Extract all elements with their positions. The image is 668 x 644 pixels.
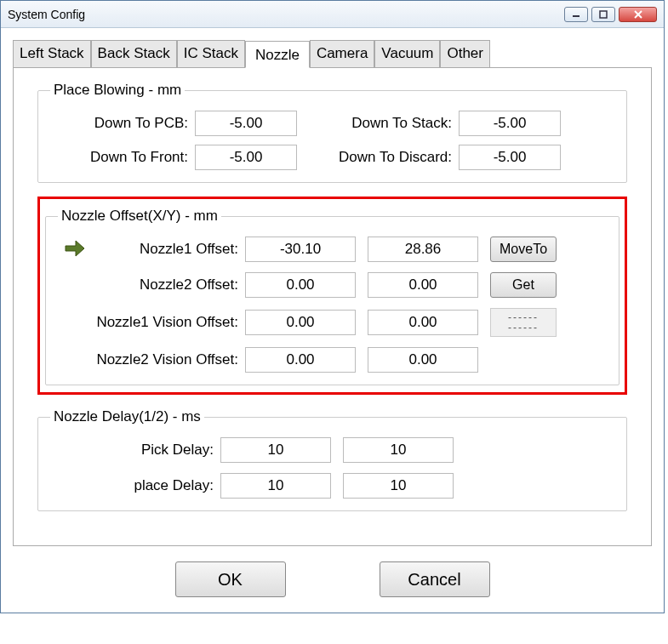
input-nozzle2-offset-y[interactable] [368,272,478,298]
legend-nozzle-delay: Nozzle Delay(1/2) - ms [50,408,204,425]
tab-other[interactable]: Other [440,40,490,67]
svg-rect-1 [600,11,607,18]
input-down-to-front[interactable] [195,145,297,170]
group-nozzle-offset: Nozzle Offset(X/Y) - mm Nozzle1 Offset: … [45,208,619,385]
tab-panel-nozzle: Place Blowing - mm Down To PCB: Down To … [13,68,652,546]
titlebar: System Config [1,1,664,28]
label-down-to-front: Down To Front: [50,149,195,166]
cancel-button[interactable]: Cancel [380,561,490,597]
arrow-right-icon [58,239,92,260]
input-place-delay-2[interactable] [343,473,454,499]
input-pick-delay-2[interactable] [343,437,454,463]
window-title: System Config [8,8,564,21]
minimize-icon [572,11,580,18]
label-nozzle2-vision-offset: Nozzle2 Vision Offset: [92,351,245,368]
close-button[interactable] [619,7,657,22]
label-nozzle2-offset: Nozzle2 Offset: [92,276,245,294]
tab-back-stack[interactable]: Back Stack [91,40,177,67]
input-place-delay-1[interactable] [220,473,331,499]
input-nozzle1-offset-x[interactable] [245,237,356,262]
legend-place-blowing: Place Blowing - mm [50,82,185,99]
tab-left-stack[interactable]: Left Stack [13,40,91,67]
input-down-to-pcb[interactable] [195,111,297,136]
input-nozzle2-offset-x[interactable] [245,272,356,298]
tab-bar: Left Stack Back Stack IC Stack Nozzle Ca… [13,40,652,68]
input-nozzle2-vision-x[interactable] [245,347,356,373]
input-pick-delay-1[interactable] [220,437,331,463]
label-nozzle1-offset: Nozzle1 Offset: [92,241,245,258]
group-place-blowing: Place Blowing - mm Down To PCB: Down To … [37,82,627,183]
legend-nozzle-offset: Nozzle Offset(X/Y) - mm [58,208,221,225]
label-pick-delay: Pick Delay: [50,442,220,459]
minimize-button[interactable] [564,7,588,22]
input-down-to-discard[interactable] [459,145,561,170]
get-button[interactable]: Get [490,272,557,298]
highlight-nozzle-offset: Nozzle Offset(X/Y) - mm Nozzle1 Offset: … [37,197,627,395]
input-down-to-stack[interactable] [459,111,561,136]
ok-button[interactable]: OK [175,561,286,597]
input-nozzle1-vision-y[interactable] [368,310,478,335]
tab-nozzle[interactable]: Nozzle [245,41,310,68]
tab-ic-stack[interactable]: IC Stack [177,40,245,67]
tab-vacuum[interactable]: Vacuum [374,40,440,67]
system-config-window: System Config Left Stack Back Stack IC S… [0,0,665,613]
label-nozzle1-vision-offset: Nozzle1 Vision Offset: [92,314,245,331]
group-nozzle-delay: Nozzle Delay(1/2) - ms Pick Delay: place… [37,408,627,511]
label-down-to-stack: Down To Stack: [314,115,459,132]
tab-camera[interactable]: Camera [310,40,374,67]
dash-indicator: ------------ [490,308,557,337]
dialog-buttons: OK Cancel [13,561,652,597]
maximize-button[interactable] [591,7,615,22]
input-nozzle2-vision-y[interactable] [368,347,478,373]
window-body: Left Stack Back Stack IC Stack Nozzle Ca… [1,28,664,613]
label-down-to-discard: Down To Discard: [314,149,459,166]
maximize-icon [599,10,608,19]
label-down-to-pcb: Down To PCB: [50,115,195,132]
input-nozzle1-vision-x[interactable] [245,310,356,335]
input-nozzle1-offset-y[interactable] [368,237,478,262]
close-icon [633,10,643,19]
window-controls [564,7,657,22]
moveto-button[interactable]: MoveTo [490,237,557,262]
label-place-delay: place Delay: [50,477,220,494]
